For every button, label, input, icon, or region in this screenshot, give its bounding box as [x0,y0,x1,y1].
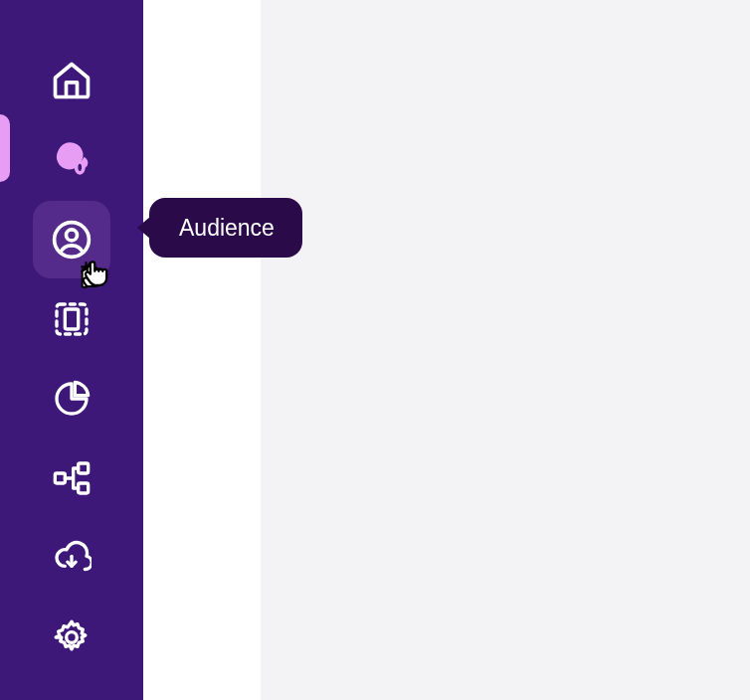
sidebar-item-integrations[interactable] [33,439,110,517]
svg-point-0 [77,162,84,173]
gear-icon [52,617,92,657]
svg-point-8 [67,632,78,643]
content-margin [143,0,261,700]
org-chart-icon [52,458,92,498]
pie-chart-icon [52,379,92,419]
sidebar-item-templates[interactable] [33,280,110,358]
sidebar-item-audience[interactable] [33,201,110,278]
megaphone-icon [50,138,94,182]
home-icon [50,59,94,102]
sidebar-item-settings[interactable] [33,599,110,676]
svg-rect-4 [65,309,78,329]
sidebar-item-home[interactable] [33,42,110,119]
sidebar-item-campaigns[interactable] [33,121,110,199]
template-icon [52,299,92,339]
active-indicator [0,114,10,182]
svg-point-2 [67,230,78,241]
tooltip-label: Audience [179,215,275,242]
cloud-download-icon [52,538,92,578]
user-circle-icon [50,218,94,262]
content-wrap [143,0,750,700]
sidebar-item-analytics[interactable] [33,360,110,438]
tooltip-audience: Audience [149,198,302,258]
content-area [261,0,750,700]
sidebar [0,0,143,700]
app-root: Audience [0,0,750,700]
sidebar-item-downloads[interactable] [33,519,110,597]
